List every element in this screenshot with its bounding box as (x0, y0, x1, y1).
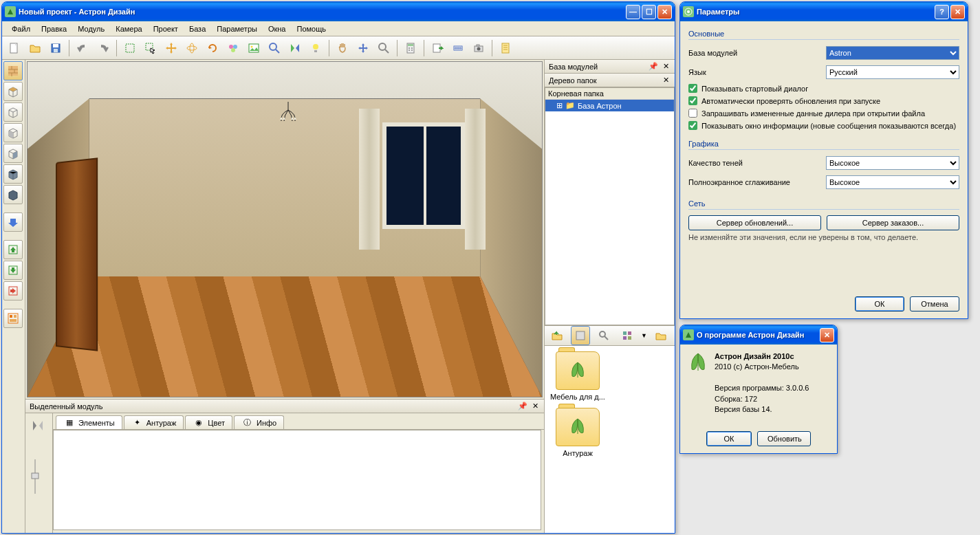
check-auto-update[interactable] (688, 96, 697, 105)
orbit-icon[interactable] (353, 39, 373, 58)
arrow-down-icon[interactable] (3, 212, 23, 232)
slider-vertical[interactable] (28, 456, 50, 499)
folder-entourage[interactable]: Антураж (550, 408, 605, 457)
wall-tool-icon[interactable] (3, 61, 23, 80)
select-aa[interactable]: Высокое (826, 175, 959, 189)
menu-help[interactable]: Помощь (291, 23, 331, 34)
tab-info[interactable]: ⓘИнфо (234, 415, 284, 429)
svg-rect-38 (32, 473, 39, 479)
chandelier-object (274, 102, 302, 129)
tab-color[interactable]: ◉Цвет (185, 415, 232, 429)
menu-windows[interactable]: Окна (263, 23, 292, 34)
dimensions-icon[interactable] (448, 39, 468, 58)
refresh-folder-icon[interactable] (651, 326, 671, 345)
svg-point-7 (190, 43, 194, 53)
report-icon[interactable] (496, 39, 515, 58)
svg-point-15 (379, 43, 386, 50)
green-up-icon[interactable] (3, 240, 23, 259)
box-front-icon[interactable] (3, 123, 23, 142)
select-shadows[interactable]: Высокое (826, 156, 959, 170)
close-button[interactable]: ✕ (820, 328, 834, 342)
menu-edit[interactable]: Правка (36, 23, 72, 34)
params-titlebar[interactable]: Параметры ? ✕ (680, 2, 968, 21)
pointer-icon[interactable] (141, 39, 160, 58)
minimize-button[interactable]: — (626, 5, 640, 19)
camera-icon[interactable] (469, 39, 488, 58)
flip-icon[interactable] (28, 416, 47, 435)
rotate-icon[interactable] (203, 39, 222, 58)
move-icon[interactable] (162, 39, 181, 58)
panel-close-icon[interactable]: ✕ (530, 402, 540, 411)
close-button[interactable]: ✕ (950, 5, 965, 19)
order-server-button[interactable]: Сервер заказов... (827, 215, 959, 230)
folder-furniture[interactable]: Мебель для д... (550, 351, 605, 401)
cancel-button[interactable]: Отмена (910, 296, 959, 312)
select-all-icon[interactable] (120, 39, 140, 58)
green-down-icon[interactable] (3, 261, 23, 280)
material-icon[interactable] (224, 39, 243, 58)
window-object (382, 122, 465, 230)
mirror-icon[interactable] (285, 39, 305, 58)
check-info-window[interactable] (688, 121, 697, 130)
undo-icon[interactable] (73, 39, 92, 58)
help-button[interactable]: ? (935, 5, 949, 19)
about-titlebar[interactable]: О программе Астрон Дизайн ✕ (680, 325, 837, 345)
open-folder-icon[interactable] (25, 39, 45, 58)
settings-icon (683, 6, 694, 17)
zoom-fit-icon[interactable] (265, 39, 284, 58)
pin-icon[interactable]: 📌 (649, 62, 658, 72)
menu-module[interactable]: Модуль (72, 23, 110, 34)
search-icon[interactable] (594, 326, 613, 345)
menu-camera[interactable]: Камера (110, 23, 147, 34)
check-dealer-data[interactable] (688, 109, 697, 118)
orange-layout-icon[interactable] (3, 309, 23, 328)
panel-close-icon[interactable]: ✕ (661, 62, 671, 72)
box-edge-icon[interactable] (3, 144, 23, 163)
export-icon[interactable] (428, 39, 447, 58)
menu-file[interactable]: Файл (6, 23, 36, 34)
menu-params[interactable]: Параметры (211, 23, 263, 34)
panel-close-icon[interactable]: ✕ (661, 76, 671, 85)
grid-icon: ▦ (63, 417, 76, 429)
about-ok-button[interactable]: ОК (706, 431, 752, 446)
view-large-icon[interactable] (571, 326, 590, 345)
about-update-button[interactable]: Обновить (757, 431, 811, 446)
tab-elements[interactable]: ▦Элементы (56, 415, 122, 429)
picture-icon[interactable] (244, 39, 263, 58)
light-icon[interactable] (306, 39, 325, 58)
box-top-icon[interactable] (3, 82, 23, 101)
box-wireframe-icon[interactable] (3, 102, 23, 122)
tab-entourage[interactable]: ✦Антураж (124, 415, 184, 429)
menu-base[interactable]: База (184, 23, 211, 34)
update-server-button[interactable]: Сервер обновлений... (688, 215, 821, 230)
svg-rect-41 (623, 331, 627, 335)
calc-icon[interactable] (401, 39, 420, 58)
tree-item-base-astron[interactable]: ⊞ 📁 База Астрон (545, 100, 674, 111)
main-titlebar[interactable]: Новый проект - Астрон Дизайн — ☐ ✕ (2, 2, 675, 21)
ok-button[interactable]: ОК (855, 296, 904, 312)
check-start-dialog[interactable] (688, 84, 697, 93)
redo-icon[interactable] (94, 39, 113, 58)
3d-viewport[interactable] (27, 61, 543, 397)
save-icon[interactable] (46, 39, 65, 58)
box-solid-icon[interactable] (3, 185, 23, 204)
rotate-3d-icon[interactable] (182, 39, 202, 58)
zoom-icon[interactable] (374, 39, 393, 58)
select-lang[interactable]: Русский (826, 65, 959, 79)
pin-icon[interactable]: 📌 (518, 402, 527, 411)
menu-project[interactable]: Проект (148, 23, 184, 34)
svg-rect-27 (502, 43, 509, 53)
select-module-db[interactable]: Astron (826, 46, 959, 60)
expand-icon[interactable]: ⊞ (556, 101, 563, 110)
svg-rect-2 (53, 44, 58, 47)
pan-icon[interactable] (333, 39, 352, 58)
close-button[interactable]: ✕ (657, 5, 672, 19)
box-shaded-icon[interactable] (3, 164, 23, 184)
maximize-button[interactable]: ☐ (642, 5, 656, 19)
svg-point-20 (409, 50, 410, 51)
new-file-icon[interactable] (5, 39, 24, 58)
red-right-icon[interactable] (3, 281, 23, 301)
up-folder-icon[interactable] (547, 326, 567, 345)
view-grid-icon[interactable] (618, 326, 637, 345)
selected-module-panel: Выделенный модуль 📌 ✕ ▦Элементы ✦Анту (25, 399, 544, 533)
